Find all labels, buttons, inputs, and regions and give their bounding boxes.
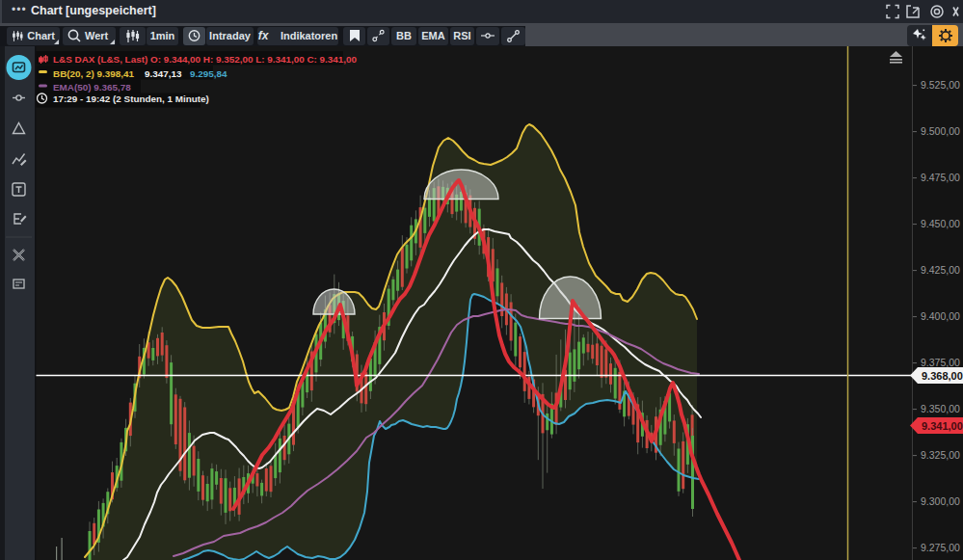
svg-text:9.475,00: 9.475,00	[921, 172, 960, 183]
svg-text:9.341,00: 9.341,00	[922, 420, 963, 432]
svg-text:9.400,00: 9.400,00	[921, 310, 960, 322]
svg-text:9.300,00: 9.300,00	[921, 495, 960, 507]
svg-text:BB(20, 2) 9.398,41: BB(20, 2) 9.398,41	[53, 68, 134, 79]
svg-text:9.368,00: 9.368,00	[922, 370, 963, 382]
svg-text:L&S DAX (L&S, Last) O: 9.344,: L&S DAX (L&S, Last) O: 9.344,00 H: 9.352…	[53, 54, 358, 65]
svg-text:9.350,00: 9.350,00	[921, 403, 960, 414]
svg-text:9.347,13: 9.347,13	[145, 68, 182, 79]
svg-text:9.525,00: 9.525,00	[921, 79, 960, 91]
svg-text:EMA(50) 9.365,78: EMA(50) 9.365,78	[53, 82, 131, 93]
svg-text:17:29 - 19:42 (2 Stunden, 1: 17:29 - 19:42 (2 Stunden, 1 Minute)	[53, 93, 209, 104]
svg-text:9.375,00: 9.375,00	[921, 357, 960, 368]
svg-text:9.295,84: 9.295,84	[190, 68, 227, 79]
svg-text:9.500,00: 9.500,00	[921, 125, 960, 137]
svg-text:9.275,00: 9.275,00	[921, 542, 960, 553]
svg-text:9.450,00: 9.450,00	[921, 218, 960, 229]
svg-text:9.425,00: 9.425,00	[921, 264, 960, 276]
svg-text:9.325,00: 9.325,00	[921, 449, 960, 461]
